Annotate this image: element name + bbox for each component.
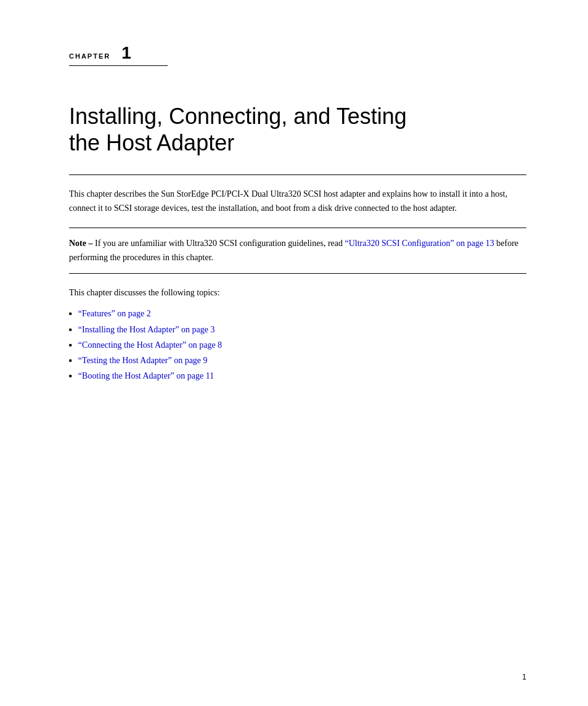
topic-list-item: “Features” on page 2 bbox=[69, 306, 526, 321]
topic-link-4[interactable]: “Testing the Host Adapter” on page 9 bbox=[78, 353, 208, 368]
topic-list-item: “Testing the Host Adapter” on page 9 bbox=[69, 353, 526, 368]
chapter-number: 1 bbox=[121, 43, 131, 63]
chapter-label: CHAPTER bbox=[69, 52, 110, 60]
chapter-title-line1: Installing, Connecting, and Testing bbox=[69, 104, 407, 129]
topic-link-3[interactable]: “Connecting the Host Adapter” on page 8 bbox=[78, 337, 222, 353]
chapter-label-container: CHAPTER 1 bbox=[69, 43, 526, 66]
note-label: Note – bbox=[69, 239, 93, 248]
note-link[interactable]: “Ultra320 SCSI Configuration” on page 13 bbox=[345, 239, 494, 248]
topic-list-item: “Booting the Host Adapter” on page 11 bbox=[69, 368, 526, 384]
chapter-title-line2: the Host Adapter bbox=[69, 130, 234, 155]
topic-link-2[interactable]: “Installing the Host Adapter” on page 3 bbox=[78, 322, 215, 337]
chapter-label-top: CHAPTER 1 bbox=[69, 43, 526, 63]
note-text: Note – If you are unfamiliar with Ultra3… bbox=[69, 237, 526, 265]
topic-link-1[interactable]: “Features” on page 2 bbox=[78, 306, 151, 321]
title-divider bbox=[69, 174, 526, 175]
page-number: 1 bbox=[522, 673, 526, 681]
topic-list-item: “Connecting the Host Adapter” on page 8 bbox=[69, 337, 526, 353]
note-box: Note – If you are unfamiliar with Ultra3… bbox=[69, 228, 526, 274]
topics-intro: This chapter discusses the following top… bbox=[69, 286, 526, 300]
chapter-header: CHAPTER 1 Installing, Connecting, and Te… bbox=[69, 43, 526, 156]
note-text-before: If you are unfamiliar with Ultra320 SCSI… bbox=[95, 239, 345, 248]
topics-list: “Features” on page 2“Installing the Host… bbox=[69, 306, 526, 384]
topic-list-item: “Installing the Host Adapter” on page 3 bbox=[69, 322, 526, 337]
topic-link-5[interactable]: “Booting the Host Adapter” on page 11 bbox=[78, 368, 214, 384]
chapter-title: Installing, Connecting, and Testing the … bbox=[69, 103, 526, 156]
page: CHAPTER 1 Installing, Connecting, and Te… bbox=[0, 0, 588, 706]
intro-paragraph: This chapter describes the Sun StorEdge … bbox=[69, 187, 526, 215]
chapter-label-underline bbox=[69, 65, 168, 66]
